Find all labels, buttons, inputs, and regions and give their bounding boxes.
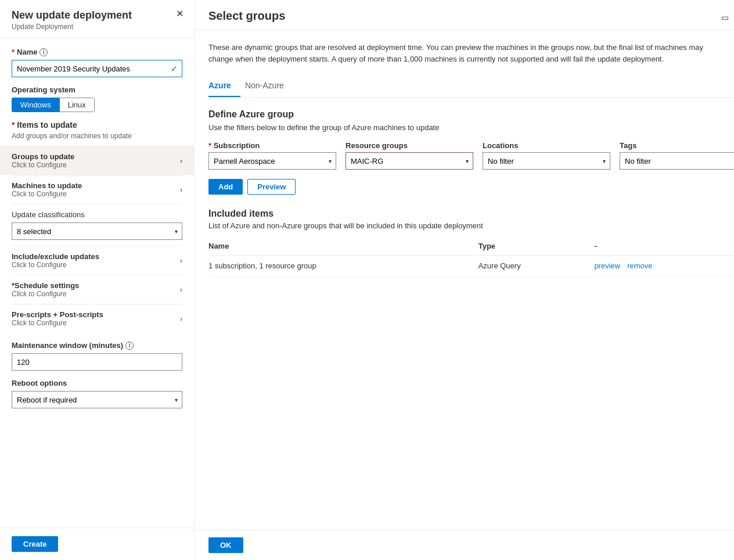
name-field-group: * Name i ✓: [12, 48, 182, 77]
schedule-chevron-icon: ›: [180, 286, 182, 294]
reboot-select[interactable]: Reboot if required Never reboot Always r…: [12, 391, 182, 408]
preview-link-button[interactable]: preview: [594, 261, 620, 270]
os-windows-button[interactable]: Windows: [12, 98, 60, 112]
os-toggle: Windows Linux: [12, 98, 95, 112]
name-label: * Name i: [12, 48, 182, 56]
name-info-icon[interactable]: i: [39, 48, 48, 56]
tags-filter: Tags No filter ▾: [620, 141, 734, 170]
remove-link-button[interactable]: remove: [627, 261, 652, 270]
reboot-label: Reboot options: [12, 379, 182, 387]
machines-chevron-icon: ›: [180, 186, 182, 194]
include-exclude-chevron-icon: ›: [180, 257, 182, 265]
tabs-container: Azure Non-Azure: [208, 76, 734, 98]
define-group-desc: Use the filters below to define the grou…: [208, 123, 734, 132]
scripts-item[interactable]: Pre-scripts + Post-scripts Click to Conf…: [12, 304, 182, 333]
subscription-label: * Subscription: [208, 141, 336, 150]
classifications-dropdown-wrapper: 8 selected ▾: [12, 222, 182, 240]
tags-label: Tags: [620, 141, 734, 150]
right-panel-title: Select groups: [208, 9, 285, 30]
scripts-title: Pre-scripts + Post-scripts: [12, 310, 103, 319]
maintenance-label: Maintenance window (minutes) i: [12, 341, 182, 350]
groups-to-update-item[interactable]: Groups to update Click to Configure ›: [0, 146, 194, 175]
os-field-group: Operating system Windows Linux: [12, 85, 182, 112]
right-footer: OK: [195, 530, 734, 560]
right-description: These are dynamic groups that are resolv…: [208, 42, 708, 64]
ok-button[interactable]: OK: [208, 537, 243, 553]
close-left-button[interactable]: ✕: [174, 8, 186, 20]
locations-label: Locations: [483, 141, 610, 150]
left-panel: New update deployment Update Deployment …: [0, 0, 195, 560]
define-group-heading: Define Azure group: [208, 109, 734, 120]
schedule-content: *Schedule settings Click to Configure: [12, 281, 79, 298]
schedule-title: *Schedule settings: [12, 281, 79, 290]
maintenance-label-text: Maintenance window (minutes): [12, 341, 123, 350]
table-body: 1 subscription, 1 resource group Azure Q…: [208, 256, 734, 277]
table-header: Name Type -: [208, 237, 734, 256]
create-button[interactable]: Create: [12, 536, 58, 552]
groups-title: Groups to update: [12, 152, 74, 161]
right-panel: Select groups ▭ ✕ These are dynamic grou…: [195, 0, 734, 560]
maintenance-window-input[interactable]: [12, 353, 182, 371]
schedule-sub: Click to Configure: [12, 290, 79, 298]
scripts-chevron-icon: ›: [180, 315, 182, 323]
col-actions: -: [594, 237, 734, 256]
tags-dropdown: No filter ▾: [620, 152, 734, 170]
classifications-item: Update classifications 8 selected ▾: [12, 204, 182, 246]
row-actions: preview remove: [594, 256, 734, 277]
tab-azure[interactable]: Azure: [208, 76, 240, 97]
right-header-actions: ▭ ✕: [719, 9, 734, 23]
machines-content: Machines to update Click to Configure: [12, 181, 82, 198]
action-buttons: Add Preview: [208, 179, 734, 195]
items-label-text: Items to update: [17, 120, 77, 130]
add-button[interactable]: Add: [208, 179, 243, 195]
resource-groups-label: Resource groups: [346, 141, 473, 150]
locations-filter: Locations No filter ▾: [483, 141, 610, 170]
name-input-wrapper: ✓: [12, 60, 182, 77]
schedule-item[interactable]: *Schedule settings Click to Configure ›: [12, 275, 182, 304]
tab-non-azure[interactable]: Non-Azure: [245, 76, 293, 97]
os-label: Operating system: [12, 85, 182, 94]
table-row: 1 subscription, 1 resource group Azure Q…: [208, 256, 734, 277]
filters-row: * Subscription Parnell Aerospace ▾ Resou…: [208, 141, 734, 170]
resource-groups-select[interactable]: MAIC-RG No filter: [346, 152, 473, 170]
right-body: These are dynamic groups that are resolv…: [195, 30, 734, 530]
classifications-title: Update classifications: [12, 210, 85, 219]
included-desc: List of Azure and non-Azure groups that …: [208, 221, 734, 230]
items-to-update-section: * Items to update Add groups and/or mach…: [12, 120, 182, 333]
subscription-select[interactable]: Parnell Aerospace: [208, 152, 336, 170]
machines-title: Machines to update: [12, 181, 82, 190]
panel-subtitle: Update Deployment: [12, 23, 182, 31]
items-section-desc: Add groups and/or machines to update: [12, 132, 182, 140]
row-type: Azure Query: [478, 256, 595, 277]
machines-sub: Click to Configure: [12, 190, 82, 198]
included-heading: Included items: [208, 209, 734, 219]
maximize-button[interactable]: ▭: [719, 12, 731, 23]
machines-to-update-item[interactable]: Machines to update Click to Configure ›: [12, 175, 182, 204]
scripts-sub: Click to Configure: [12, 319, 103, 327]
tags-select[interactable]: No filter: [620, 152, 734, 170]
preview-button[interactable]: Preview: [247, 179, 296, 195]
panel-title: New update deployment: [12, 9, 182, 21]
left-body: * Name i ✓ Operating system Windows Linu…: [0, 38, 194, 527]
included-items-table: Name Type - 1 subscription, 1 resource g…: [208, 237, 734, 277]
include-exclude-title: Include/exclude updates: [12, 252, 99, 261]
subscription-dropdown: Parnell Aerospace ▾: [208, 152, 336, 170]
resource-groups-filter: Resource groups MAIC-RG No filter ▾: [346, 141, 473, 170]
table-header-row: Name Type -: [208, 237, 734, 256]
maintenance-window-group: Maintenance window (minutes) i: [12, 341, 182, 371]
name-label-text: Name: [17, 48, 37, 56]
classifications-select[interactable]: 8 selected: [12, 222, 182, 240]
reboot-options-group: Reboot options Reboot if required Never …: [12, 379, 182, 408]
subscription-filter: * Subscription Parnell Aerospace ▾: [208, 141, 336, 170]
right-header: Select groups ▭ ✕: [195, 0, 734, 30]
name-input[interactable]: [12, 60, 182, 77]
name-required-star: *: [12, 48, 15, 56]
include-exclude-item[interactable]: Include/exclude updates Click to Configu…: [12, 246, 182, 275]
os-linux-button[interactable]: Linux: [60, 98, 95, 112]
reboot-dropdown-wrapper: Reboot if required Never reboot Always r…: [12, 391, 182, 408]
include-exclude-content: Include/exclude updates Click to Configu…: [12, 252, 99, 269]
left-footer: Create: [0, 527, 194, 560]
locations-select[interactable]: No filter: [483, 152, 610, 170]
maintenance-info-icon[interactable]: i: [125, 342, 134, 350]
locations-dropdown: No filter ▾: [483, 152, 610, 170]
